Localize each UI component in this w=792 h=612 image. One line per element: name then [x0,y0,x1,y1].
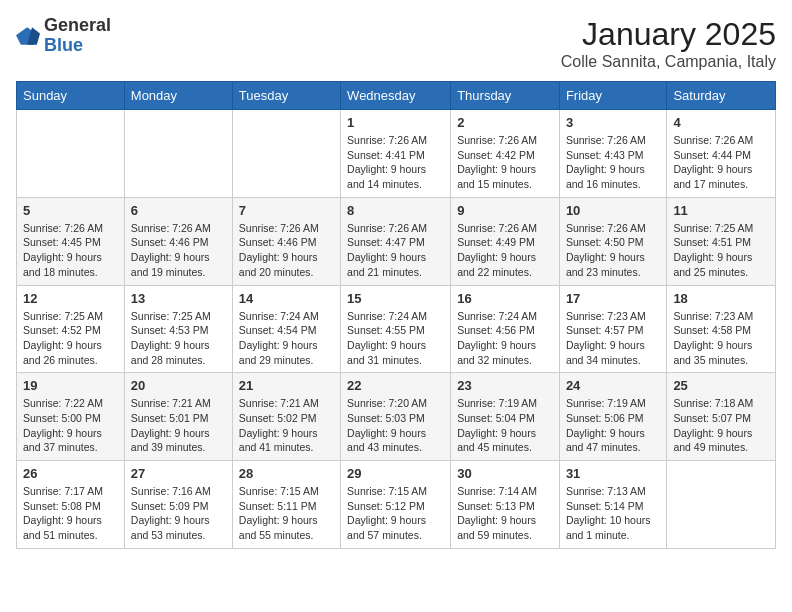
weekday-header-sunday: Sunday [17,82,125,110]
calendar-day-25: 25Sunrise: 7:18 AM Sunset: 5:07 PM Dayli… [667,373,776,461]
day-number: 11 [673,203,769,218]
day-number: 8 [347,203,444,218]
calendar-empty-cell [232,110,340,198]
day-info: Sunrise: 7:14 AM Sunset: 5:13 PM Dayligh… [457,484,553,543]
day-info: Sunrise: 7:18 AM Sunset: 5:07 PM Dayligh… [673,396,769,455]
day-number: 6 [131,203,226,218]
day-info: Sunrise: 7:19 AM Sunset: 5:04 PM Dayligh… [457,396,553,455]
day-number: 5 [23,203,118,218]
calendar-empty-cell [124,110,232,198]
day-info: Sunrise: 7:26 AM Sunset: 4:44 PM Dayligh… [673,133,769,192]
logo-blue-text: Blue [44,35,83,55]
weekday-header-saturday: Saturday [667,82,776,110]
day-info: Sunrise: 7:24 AM Sunset: 4:54 PM Dayligh… [239,309,334,368]
calendar-day-21: 21Sunrise: 7:21 AM Sunset: 5:02 PM Dayli… [232,373,340,461]
day-info: Sunrise: 7:26 AM Sunset: 4:45 PM Dayligh… [23,221,118,280]
day-number: 24 [566,378,661,393]
calendar-day-20: 20Sunrise: 7:21 AM Sunset: 5:01 PM Dayli… [124,373,232,461]
day-number: 22 [347,378,444,393]
calendar-week-row: 19Sunrise: 7:22 AM Sunset: 5:00 PM Dayli… [17,373,776,461]
calendar-day-24: 24Sunrise: 7:19 AM Sunset: 5:06 PM Dayli… [559,373,667,461]
day-number: 10 [566,203,661,218]
calendar-day-27: 27Sunrise: 7:16 AM Sunset: 5:09 PM Dayli… [124,461,232,549]
day-info: Sunrise: 7:16 AM Sunset: 5:09 PM Dayligh… [131,484,226,543]
calendar-day-7: 7Sunrise: 7:26 AM Sunset: 4:46 PM Daylig… [232,197,340,285]
day-number: 12 [23,291,118,306]
calendar-day-6: 6Sunrise: 7:26 AM Sunset: 4:46 PM Daylig… [124,197,232,285]
calendar-day-26: 26Sunrise: 7:17 AM Sunset: 5:08 PM Dayli… [17,461,125,549]
location-title: Colle Sannita, Campania, Italy [561,53,776,71]
day-info: Sunrise: 7:24 AM Sunset: 4:56 PM Dayligh… [457,309,553,368]
calendar-day-22: 22Sunrise: 7:20 AM Sunset: 5:03 PM Dayli… [341,373,451,461]
day-info: Sunrise: 7:26 AM Sunset: 4:49 PM Dayligh… [457,221,553,280]
day-info: Sunrise: 7:19 AM Sunset: 5:06 PM Dayligh… [566,396,661,455]
day-number: 7 [239,203,334,218]
calendar-day-9: 9Sunrise: 7:26 AM Sunset: 4:49 PM Daylig… [451,197,560,285]
day-info: Sunrise: 7:15 AM Sunset: 5:11 PM Dayligh… [239,484,334,543]
calendar-day-18: 18Sunrise: 7:23 AM Sunset: 4:58 PM Dayli… [667,285,776,373]
day-info: Sunrise: 7:13 AM Sunset: 5:14 PM Dayligh… [566,484,661,543]
day-number: 17 [566,291,661,306]
weekday-header-row: SundayMondayTuesdayWednesdayThursdayFrid… [17,82,776,110]
calendar-day-14: 14Sunrise: 7:24 AM Sunset: 4:54 PM Dayli… [232,285,340,373]
calendar-empty-cell [667,461,776,549]
day-info: Sunrise: 7:26 AM Sunset: 4:47 PM Dayligh… [347,221,444,280]
day-number: 14 [239,291,334,306]
day-info: Sunrise: 7:20 AM Sunset: 5:03 PM Dayligh… [347,396,444,455]
day-info: Sunrise: 7:26 AM Sunset: 4:46 PM Dayligh… [131,221,226,280]
day-number: 30 [457,466,553,481]
day-number: 31 [566,466,661,481]
weekday-header-monday: Monday [124,82,232,110]
weekday-header-thursday: Thursday [451,82,560,110]
day-info: Sunrise: 7:22 AM Sunset: 5:00 PM Dayligh… [23,396,118,455]
day-info: Sunrise: 7:26 AM Sunset: 4:46 PM Dayligh… [239,221,334,280]
logo: General Blue [16,16,111,56]
weekday-header-friday: Friday [559,82,667,110]
day-number: 25 [673,378,769,393]
day-info: Sunrise: 7:15 AM Sunset: 5:12 PM Dayligh… [347,484,444,543]
logo-icon [16,24,40,48]
calendar-week-row: 5Sunrise: 7:26 AM Sunset: 4:45 PM Daylig… [17,197,776,285]
day-number: 13 [131,291,226,306]
calendar-week-row: 12Sunrise: 7:25 AM Sunset: 4:52 PM Dayli… [17,285,776,373]
calendar-day-16: 16Sunrise: 7:24 AM Sunset: 4:56 PM Dayli… [451,285,560,373]
day-info: Sunrise: 7:25 AM Sunset: 4:53 PM Dayligh… [131,309,226,368]
calendar-day-2: 2Sunrise: 7:26 AM Sunset: 4:42 PM Daylig… [451,110,560,198]
day-info: Sunrise: 7:17 AM Sunset: 5:08 PM Dayligh… [23,484,118,543]
day-info: Sunrise: 7:25 AM Sunset: 4:52 PM Dayligh… [23,309,118,368]
calendar-day-1: 1Sunrise: 7:26 AM Sunset: 4:41 PM Daylig… [341,110,451,198]
calendar-day-23: 23Sunrise: 7:19 AM Sunset: 5:04 PM Dayli… [451,373,560,461]
day-number: 20 [131,378,226,393]
logo-general-text: General [44,15,111,35]
calendar-table: SundayMondayTuesdayWednesdayThursdayFrid… [16,81,776,549]
day-number: 21 [239,378,334,393]
calendar-day-5: 5Sunrise: 7:26 AM Sunset: 4:45 PM Daylig… [17,197,125,285]
day-number: 9 [457,203,553,218]
day-number: 27 [131,466,226,481]
day-number: 19 [23,378,118,393]
day-info: Sunrise: 7:21 AM Sunset: 5:01 PM Dayligh… [131,396,226,455]
day-info: Sunrise: 7:26 AM Sunset: 4:41 PM Dayligh… [347,133,444,192]
day-number: 4 [673,115,769,130]
calendar-day-13: 13Sunrise: 7:25 AM Sunset: 4:53 PM Dayli… [124,285,232,373]
calendar-day-28: 28Sunrise: 7:15 AM Sunset: 5:11 PM Dayli… [232,461,340,549]
calendar-day-12: 12Sunrise: 7:25 AM Sunset: 4:52 PM Dayli… [17,285,125,373]
logo-text: General Blue [44,16,111,56]
day-info: Sunrise: 7:25 AM Sunset: 4:51 PM Dayligh… [673,221,769,280]
calendar-day-3: 3Sunrise: 7:26 AM Sunset: 4:43 PM Daylig… [559,110,667,198]
day-number: 26 [23,466,118,481]
calendar-week-row: 1Sunrise: 7:26 AM Sunset: 4:41 PM Daylig… [17,110,776,198]
page-header: General Blue January 2025 Colle Sannita,… [16,16,776,71]
calendar-week-row: 26Sunrise: 7:17 AM Sunset: 5:08 PM Dayli… [17,461,776,549]
day-number: 3 [566,115,661,130]
day-info: Sunrise: 7:24 AM Sunset: 4:55 PM Dayligh… [347,309,444,368]
day-info: Sunrise: 7:21 AM Sunset: 5:02 PM Dayligh… [239,396,334,455]
day-number: 16 [457,291,553,306]
day-info: Sunrise: 7:26 AM Sunset: 4:50 PM Dayligh… [566,221,661,280]
weekday-header-wednesday: Wednesday [341,82,451,110]
day-info: Sunrise: 7:26 AM Sunset: 4:42 PM Dayligh… [457,133,553,192]
calendar-day-15: 15Sunrise: 7:24 AM Sunset: 4:55 PM Dayli… [341,285,451,373]
day-number: 15 [347,291,444,306]
month-year-title: January 2025 [561,16,776,53]
calendar-empty-cell [17,110,125,198]
